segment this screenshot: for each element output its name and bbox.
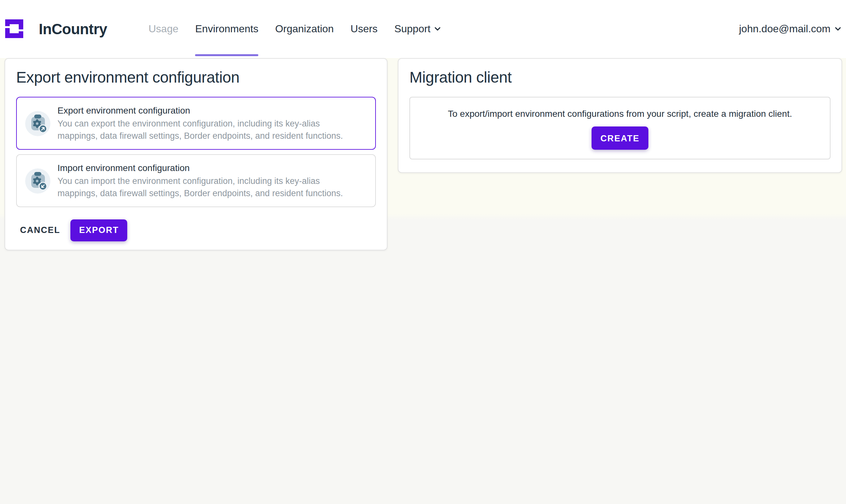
- nav-item-users[interactable]: Users: [351, 0, 378, 58]
- option-import-configuration[interactable]: Import environment configuration You can…: [16, 154, 376, 207]
- export-card-actions: CANCEL EXPORT: [16, 219, 376, 241]
- option-text: Import environment configuration You can…: [57, 162, 361, 199]
- export-configuration-card: Export environment configuration: [4, 58, 387, 250]
- nav-item-label: Organization: [275, 23, 334, 35]
- export-card-title: Export environment configuration: [16, 69, 376, 86]
- export-button[interactable]: EXPORT: [71, 219, 127, 241]
- nav-item-support[interactable]: Support: [394, 0, 440, 58]
- option-text: Export environment configuration You can…: [57, 105, 361, 142]
- nav-item-environments[interactable]: Environments: [195, 0, 259, 58]
- option-title: Export environment configuration: [57, 105, 361, 115]
- top-navigation-bar: InCountry Usage Environments Organizatio…: [0, 0, 846, 58]
- page: InCountry Usage Environments Organizatio…: [0, 0, 846, 252]
- option-description: You can export the environment configura…: [57, 117, 361, 142]
- option-export-configuration[interactable]: Export environment configuration You can…: [16, 97, 376, 150]
- migration-description: To export/import environment configurati…: [448, 108, 792, 119]
- nav-item-label: Usage: [148, 23, 179, 35]
- user-email: john.doe@mail.com: [739, 23, 830, 35]
- cancel-button[interactable]: CANCEL: [16, 219, 64, 241]
- brand-name[interactable]: InCountry: [39, 0, 107, 58]
- gear-clipboard-export-icon: [25, 111, 50, 136]
- migration-card-title: Migration client: [409, 69, 830, 86]
- nav-item-label: Environments: [195, 23, 259, 35]
- migration-client-panel: To export/import environment configurati…: [409, 97, 830, 159]
- incountry-logo-icon[interactable]: [5, 19, 23, 38]
- user-menu[interactable]: john.doe@mail.com: [739, 0, 841, 58]
- chevron-down-icon: [434, 27, 440, 31]
- migration-client-card: Migration client To export/import enviro…: [398, 58, 842, 173]
- nav-item-organization[interactable]: Organization: [275, 0, 334, 58]
- main-nav: Usage Environments Organization Users Su…: [148, 0, 440, 58]
- create-button[interactable]: CREATE: [592, 126, 648, 150]
- chevron-down-icon: [835, 27, 841, 31]
- active-tab-underline: [195, 54, 259, 56]
- nav-item-label: Users: [351, 23, 378, 35]
- option-description: You can import the environment configura…: [57, 175, 361, 199]
- option-title: Import environment configuration: [57, 162, 361, 173]
- nav-item-label: Support: [394, 23, 430, 35]
- nav-item-usage[interactable]: Usage: [148, 0, 179, 58]
- gear-clipboard-import-icon: [25, 168, 50, 193]
